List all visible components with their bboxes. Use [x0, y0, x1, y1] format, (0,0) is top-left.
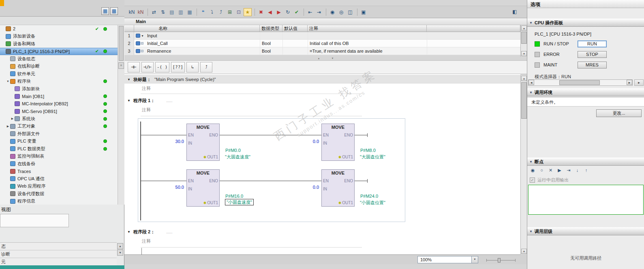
scroll-right-button[interactable]: ▶ [634, 79, 644, 86]
tree-item-online-backups[interactable]: 在线备份 [0, 160, 118, 168]
tree-item-program-blocks[interactable]: ▼程序块 [0, 78, 118, 85]
out-operand-name[interactable]: "大圆盘位置" [360, 154, 385, 160]
in-operand-value[interactable]: 50.0 [160, 185, 184, 190]
call-hierarchy-header[interactable]: ▼ 调用层级 [527, 227, 644, 235]
network-2-comment-field[interactable]: 注释 [142, 238, 151, 244]
scrollbar-thumb[interactable] [119, 26, 124, 61]
detail-view-toggle-button[interactable]: ▦ [101, 7, 109, 15]
zoom-slider-thumb[interactable] [498, 258, 501, 263]
add-device-icon [6, 34, 11, 39]
move-block[interactable]: MOVEENENOIN✱OUT1 [321, 124, 355, 161]
tree-item-plc-tags[interactable]: PLC 变量 [0, 138, 118, 145]
enable-outputs-checkbox[interactable]: ✓ [530, 177, 535, 183]
breakpoints-header[interactable]: ▼ 断点 [527, 158, 644, 166]
zoom-dropdown[interactable]: 100% ▼ [417, 256, 478, 263]
ob-icon [15, 101, 20, 106]
tree-item-plc-1[interactable]: PLC_1 [CPU 1516-3 PN/DP]✔ [0, 48, 118, 56]
tree-item-web-applications[interactable]: Web 应用程序 [0, 183, 118, 190]
out-operand-address[interactable]: P#M0.0 [225, 148, 241, 153]
tree-item-label: 程序块 [17, 78, 31, 84]
in-operand-value[interactable]: 0.0 [295, 139, 319, 144]
cpu-operator-panel-header[interactable]: ▼ CPU 操作面板 [527, 19, 644, 27]
folder-blocks-icon [10, 79, 15, 84]
change-button[interactable]: 更改... [596, 109, 642, 117]
overview-toggle-button[interactable]: ▩ [110, 7, 118, 15]
network-2-header[interactable]: ▼ 程序段 2： ..... [124, 228, 520, 236]
move-block-title: MOVE [322, 125, 354, 130]
run-button[interactable]: RUN [578, 41, 607, 47]
zoom-slider[interactable] [486, 260, 516, 260]
tree-item-add-new-block[interactable]: 添加新块 [0, 85, 118, 93]
tree-item-opc-ua-communication[interactable]: OPC UA 通信 [0, 175, 118, 183]
out1-pin: ✱OUT1 [338, 155, 353, 159]
chevron-down-icon[interactable]: ▼ [527, 160, 535, 164]
scroll-left-icon[interactable]: ◀ [528, 80, 534, 85]
scroll-right-icon[interactable]: ▶ [627, 80, 632, 85]
tree-item-system-blocks[interactable]: ▶系统块 [0, 115, 118, 123]
tree-item-mc-servo-ob91[interactable]: MC-Servo [OB91] [0, 108, 118, 115]
collapse-chevron-icon[interactable]: ▼ [124, 230, 133, 234]
stop-button[interactable]: STOP [578, 51, 607, 58]
tree-item-label: 外部源文件 [17, 131, 40, 137]
out-operand-name[interactable]: "大圆盘速度" [225, 154, 250, 160]
tree-item-traces[interactable]: Traces [0, 168, 118, 175]
tree-item-device-proxy-data[interactable]: 设备代理数据 [0, 190, 118, 198]
detail-row[interactable]: 诊断 [0, 250, 117, 258]
cpu-panel-scrollbar[interactable]: ◀ ▶ [528, 79, 633, 86]
out-operand-address[interactable]: P#M8.0 [360, 148, 376, 153]
tree-item-watch-force-tables[interactable]: 监控与强制表 [0, 153, 118, 160]
move-block[interactable]: MOVEENENOIN✱OUT1 [321, 169, 355, 207]
tree-item-technology-objects[interactable]: ▶工艺对象 [0, 123, 118, 130]
scrollbar-thumb[interactable] [559, 80, 600, 85]
tree-item-main-ob1[interactable]: Main [OB1] [0, 93, 118, 100]
detail-row[interactable]: 态 [0, 243, 117, 250]
tree-item-online-diagnostics[interactable]: 在线和诊断 [0, 63, 118, 70]
tree-item-add-new-device[interactable]: 添加新设备 [0, 33, 118, 41]
expander-icon[interactable]: ▶ [6, 125, 10, 128]
expander-icon[interactable]: ▼ [6, 80, 10, 83]
network-2-title-placeholder[interactable]: ..... [166, 229, 172, 234]
chevron-down-icon[interactable]: ▼ [527, 230, 535, 233]
out-operand-name[interactable]: "小圆盘位置" [360, 200, 385, 206]
tree-item-devices-networks[interactable]: 设备和网络 [0, 40, 118, 48]
wire [355, 181, 367, 181]
activate-breakpoints-icon[interactable]: ◉ [529, 167, 537, 174]
mres-button[interactable]: MRES [578, 62, 607, 68]
tree-item-external-source-files[interactable]: 外部源文件 [0, 130, 118, 138]
tree-item-device-configuration[interactable]: 设备组态 [0, 55, 118, 63]
call-environment-header[interactable]: ▼ 调用环境 [527, 88, 644, 96]
tree-item-plc-data-types[interactable]: PLC 数据类型 [0, 145, 118, 153]
in-operand-value[interactable]: 0.0 [295, 185, 319, 190]
chevron-down-icon[interactable]: ▼ [471, 256, 478, 263]
delete-breakpoints-icon[interactable]: ✕ [547, 167, 554, 174]
scroll-up-icon[interactable]: ▲ [117, 243, 123, 249]
step-over-icon[interactable]: ⇥ [565, 167, 572, 174]
move-block[interactable]: MOVEENENOIN✱OUT1 [186, 169, 220, 207]
detail-row[interactable]: 元 [0, 258, 117, 266]
mode-selector-label: 模式选择器：RUN [535, 74, 571, 80]
en-pin-label: EN [188, 179, 194, 183]
project-tree: 2✔添加新设备设备和网络PLC_1 [CPU 1516-3 PN/DP]✔设备组… [0, 25, 118, 205]
step-into-icon[interactable]: ↓ [573, 167, 581, 174]
tree-item-software-units[interactable]: 软件单元 [0, 70, 118, 78]
project-tree-scrollbar[interactable]: ≡ [118, 25, 124, 205]
portal-view-bar[interactable] [0, 265, 124, 269]
chevron-down-icon[interactable]: ▼ [527, 91, 535, 94]
move-block[interactable]: MOVEENENOIN✱OUT1 [186, 124, 220, 161]
out-operand-address[interactable]: P#M16.0 [225, 194, 243, 199]
tree-item-project-root[interactable]: 2✔ [0, 25, 118, 33]
expander-icon[interactable]: ▶ [10, 117, 15, 120]
step-out-icon[interactable]: ↑ [582, 167, 590, 174]
out-operand-address[interactable]: P#M24.0 [360, 194, 378, 199]
next-breakpoint-icon[interactable]: ▶ [556, 167, 563, 174]
breakpoints-list-area[interactable] [528, 185, 644, 215]
scroll-down-icon[interactable]: ▼ [117, 250, 123, 256]
operand-edit-box[interactable]: "小圆盘速度" [225, 199, 254, 205]
tree-item-mc-interpolator-ob92[interactable]: MC-Interpolator [OB92] [0, 100, 118, 108]
in-operand-value[interactable]: 30.0 [160, 139, 184, 144]
deactivate-breakpoints-icon[interactable]: ○ [538, 167, 546, 174]
wire [141, 181, 186, 181]
splitter-grip-icon[interactable]: ≡ [118, 62, 124, 69]
chevron-down-icon[interactable]: ▼ [527, 21, 535, 25]
tree-item-program-info[interactable]: 程序信息 [0, 198, 118, 205]
